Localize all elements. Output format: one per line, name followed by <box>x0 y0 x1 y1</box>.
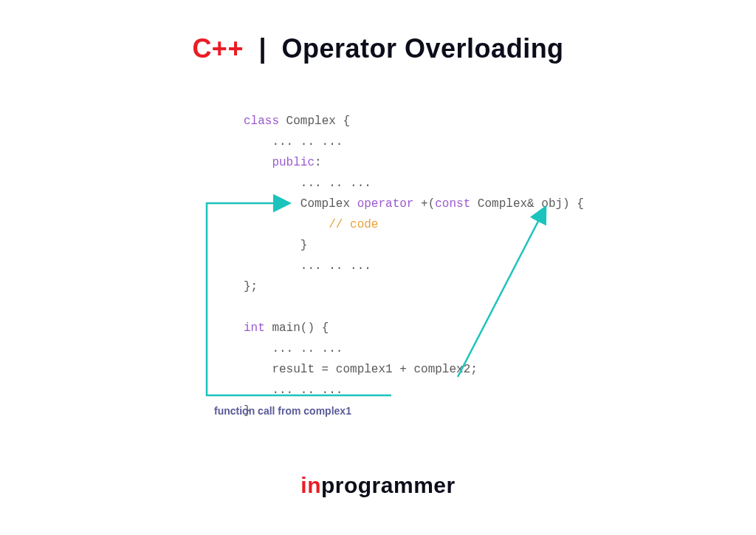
code-keyword-class: class <box>244 115 279 128</box>
footer-logo: inprogrammer <box>0 473 756 498</box>
code-text <box>244 218 329 231</box>
code-keyword-operator: operator <box>357 197 414 211</box>
code-keyword-int: int <box>244 321 265 335</box>
code-text: ... .. ... <box>244 342 343 355</box>
code-text: ... .. ... <box>244 135 343 149</box>
code-text: result = complex1 + complex2; <box>244 363 478 376</box>
code-text: main() { <box>265 321 329 335</box>
code-text: +( <box>413 197 435 211</box>
code-comment: // code <box>329 218 378 231</box>
page-title: C++ | Operator Overloading <box>0 33 756 64</box>
logo-rest: programmer <box>321 473 456 497</box>
code-text: ... .. ... <box>244 384 343 397</box>
logo-in: in <box>300 473 321 497</box>
title-topic: Operator Overloading <box>282 33 564 64</box>
code-text: : <box>315 156 322 169</box>
code-text: Complex& obj) { <box>470 197 584 211</box>
code-text: ... .. ... <box>244 177 371 190</box>
code-keyword-const: const <box>435 197 470 211</box>
code-text: } <box>244 239 307 252</box>
code-text: Complex { <box>279 115 350 128</box>
code-text: Complex <box>244 197 357 211</box>
title-pipe: | <box>258 33 267 64</box>
title-cpp: C++ <box>192 33 244 64</box>
code-keyword-public: public <box>272 156 315 169</box>
code-text: ... .. ... <box>244 259 371 273</box>
diagram-caption: function call from complex1 <box>214 405 351 417</box>
code-text <box>244 156 272 169</box>
code-snippet: class Complex { ... .. ... public: ... .… <box>244 111 584 421</box>
code-text: }; <box>244 280 258 293</box>
